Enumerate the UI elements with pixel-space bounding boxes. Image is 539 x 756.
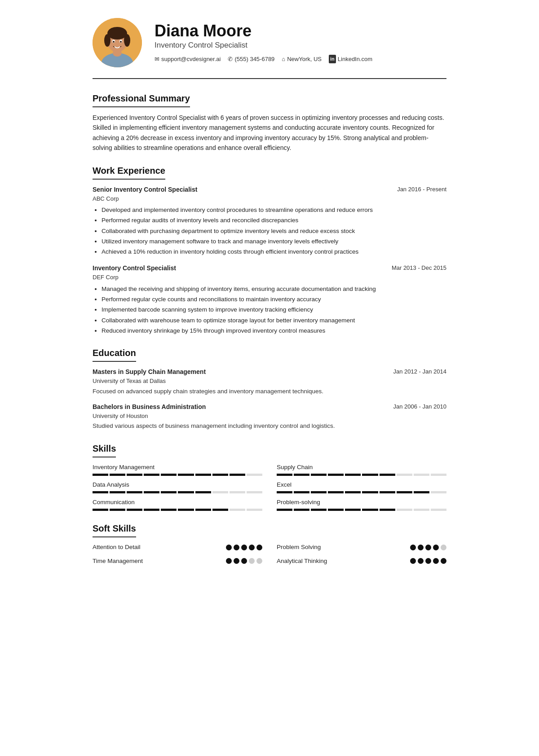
soft-skill-name: Time Management [93, 557, 143, 566]
skill-segment [212, 474, 228, 476]
skill-bar [277, 474, 446, 476]
skill-segment [195, 491, 211, 493]
skill-segment [414, 509, 429, 511]
candidate-name: Diana Moore [155, 22, 446, 40]
skill-item: Communication [93, 498, 262, 511]
skill-name: Supply Chain [277, 463, 446, 472]
job-company: DEF Corp [93, 273, 176, 282]
edu-description: Studied various aspects of business mana… [93, 422, 446, 431]
skill-bar [93, 474, 262, 476]
job-bullets: Developed and implemented inventory cont… [93, 206, 446, 256]
edu-degree: Bachelors in Business Administration [93, 402, 206, 412]
skill-segment [328, 509, 344, 511]
skill-segment [397, 491, 412, 493]
svg-point-5 [104, 34, 110, 47]
email-icon: ✉ [155, 55, 159, 64]
skill-segment [294, 474, 309, 476]
bullet-item: Utilized inventory management software t… [102, 237, 446, 246]
soft-skill-item: Problem Solving [277, 543, 446, 552]
bullet-item: Managed the receiving and shipping of in… [102, 285, 446, 294]
skill-dot [234, 558, 239, 564]
professional-summary-section: Professional Summary Experienced Invento… [93, 92, 446, 153]
soft-skill-item: Attention to Detail [93, 543, 262, 552]
skill-dot [226, 545, 232, 550]
bullet-item: Developed and implemented inventory cont… [102, 206, 446, 215]
edu-item: Masters in Supply Chain Management Unive… [93, 367, 446, 396]
skill-bar [93, 509, 262, 511]
contact-list: ✉ support@cvdesigner.ai ✆ (555) 345-6789… [155, 55, 446, 64]
skill-name: Data Analysis [93, 480, 262, 489]
skill-segment [110, 509, 125, 511]
skill-segment [195, 509, 211, 511]
skill-segment [93, 491, 108, 493]
skill-dot [249, 545, 255, 550]
phone-icon: ✆ [228, 55, 233, 64]
contact-email: ✉ support@cvdesigner.ai [155, 55, 221, 64]
skill-dot [241, 545, 247, 550]
edu-date: Jan 2006 - Jan 2010 [393, 402, 446, 411]
job-company: ABC Corp [93, 194, 197, 203]
soft-skill-name: Attention to Detail [93, 543, 141, 552]
edu-date: Jan 2012 - Jan 2014 [393, 367, 446, 376]
skill-segment [161, 491, 177, 493]
skill-dots [226, 558, 262, 564]
skill-dot [234, 545, 239, 550]
skill-dot [441, 558, 446, 564]
edu-header: Masters in Supply Chain Management Unive… [93, 367, 446, 386]
skill-segment [93, 509, 108, 511]
work-experience-section: Work Experience Senior Inventory Control… [93, 164, 446, 336]
skill-item: Excel [277, 480, 446, 493]
skill-dot [433, 545, 439, 550]
work-experience-title: Work Experience [93, 164, 165, 180]
job-date: Mar 2013 - Dec 2015 [392, 264, 446, 273]
location-icon: ⌂ [282, 55, 285, 64]
skill-segment [294, 509, 309, 511]
skill-segment [294, 491, 309, 493]
skill-segment [414, 491, 429, 493]
skill-segment [93, 474, 108, 476]
bullet-item: Achieved a 10% reduction in inventory ho… [102, 247, 446, 256]
skill-segment [178, 509, 194, 511]
skill-segment [397, 509, 412, 511]
skill-dots [226, 545, 262, 550]
job-left: Inventory Control Specialist DEF Corp [93, 264, 176, 282]
skill-bar [277, 491, 446, 493]
skills-section: Skills Inventory Management Supply Chain… [93, 442, 446, 511]
skill-segment [277, 474, 292, 476]
bullet-item: Implemented barcode scanning system to i… [102, 305, 446, 314]
skill-segment [311, 474, 327, 476]
skill-segment [247, 474, 262, 476]
skill-dot [418, 558, 424, 564]
resume-header: Diana Moore Inventory Control Specialist… [93, 18, 446, 79]
avatar [93, 18, 142, 67]
phone-text: (555) 345-6789 [234, 55, 274, 64]
skill-segment [212, 509, 228, 511]
skill-segment [362, 491, 378, 493]
skills-grid: Inventory Management Supply Chain Data A… [93, 463, 446, 511]
soft-skills-title: Soft Skills [93, 522, 136, 537]
skill-segment [397, 474, 412, 476]
skill-segment [247, 509, 262, 511]
skill-item: Problem-solving [277, 498, 446, 511]
skill-segment [431, 474, 446, 476]
edu-school: University of Houston [93, 412, 206, 421]
location-text: NewYork, US [287, 55, 322, 64]
skill-item: Inventory Management [93, 463, 262, 476]
edu-header: Bachelors in Business Administration Uni… [93, 402, 446, 421]
linkedin-icon: in [329, 55, 336, 63]
job-title: Inventory Control Specialist [93, 264, 176, 273]
skill-segment [277, 509, 292, 511]
skills-title: Skills [93, 442, 116, 457]
soft-skills-grid: Attention to Detail Problem Solving Time… [93, 543, 446, 566]
skill-dot [256, 545, 262, 550]
soft-skill-item: Time Management [93, 557, 262, 566]
job-item: Inventory Control Specialist DEF Corp Ma… [93, 264, 446, 335]
job-title: Senior Inventory Control Specialist [93, 185, 197, 194]
skill-segment [144, 474, 159, 476]
skill-bar [277, 509, 446, 511]
education-section: Education Masters in Supply Chain Manage… [93, 346, 446, 431]
edu-degree: Masters in Supply Chain Management [93, 367, 206, 377]
soft-skills-section: Soft Skills Attention to Detail Problem … [93, 522, 446, 566]
skill-dot [418, 545, 424, 550]
skill-dot [425, 558, 431, 564]
